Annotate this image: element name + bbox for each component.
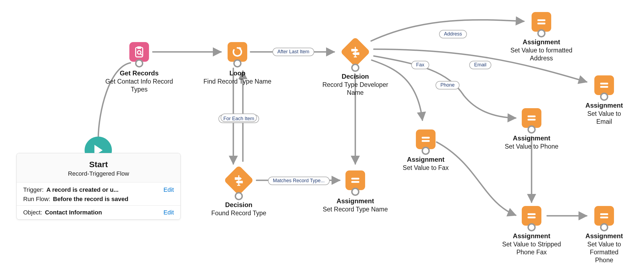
connector-port (422, 147, 430, 155)
equals-icon (598, 210, 610, 222)
node-assign-rt-name-label: Assignment Set Record Type Name (323, 197, 388, 213)
edit-trigger-link[interactable]: Edit (163, 182, 180, 193)
connector-label-fax: Fax (411, 61, 429, 69)
node-assign-phone[interactable] (522, 108, 541, 128)
start-subtitle: Record-Triggered Flow (22, 170, 175, 177)
trigger-label: Trigger: (23, 186, 44, 193)
connector-port (135, 59, 143, 67)
node-assign-stripped-label: Assignment Set Value to Stripped Phone F… (493, 232, 570, 256)
trigger-value: A record is created or u... (46, 186, 119, 193)
svg-rect-8 (355, 47, 356, 57)
runflow-value: Before the record is saved (53, 196, 128, 203)
node-decision-dev-name[interactable] (340, 37, 370, 67)
equals-icon (598, 79, 610, 91)
signpost-icon (349, 46, 361, 58)
svg-rect-18 (527, 213, 535, 215)
connector-port (600, 223, 608, 231)
svg-rect-1 (137, 46, 141, 49)
node-assign-email[interactable] (594, 75, 614, 95)
node-assign-fax-label: Assignment Set Value to Fax (403, 156, 449, 172)
signpost-icon (233, 174, 245, 186)
node-loop[interactable] (228, 42, 247, 62)
node-assign-address-label: Assignment Set Value to formatted Addres… (503, 38, 580, 62)
svg-rect-12 (527, 116, 535, 117)
connector-port (351, 64, 359, 72)
connector-port (527, 223, 536, 231)
svg-rect-10 (422, 137, 430, 138)
svg-line-3 (141, 54, 142, 55)
object-label: Object: (23, 209, 42, 216)
svg-rect-21 (600, 217, 608, 218)
connector-label-phone: Phone (436, 81, 460, 90)
node-assign-set-rt-name[interactable] (345, 170, 365, 190)
svg-rect-13 (527, 119, 535, 120)
edit-object-link[interactable]: Edit (163, 209, 174, 216)
object-value: Contact Information (45, 209, 102, 216)
equals-icon (349, 174, 361, 186)
svg-rect-11 (422, 140, 430, 142)
svg-rect-15 (537, 23, 545, 24)
svg-rect-20 (600, 213, 608, 215)
equals-icon (526, 112, 538, 124)
svg-rect-7 (351, 181, 359, 183)
connector-port (537, 29, 545, 37)
svg-rect-17 (600, 86, 608, 88)
connector-label-address: Address (439, 30, 467, 39)
svg-rect-14 (537, 19, 545, 21)
node-decision1-label: Decision Found Record Type (211, 201, 266, 217)
node-decision2-label: Decision Record Type Developer Name (317, 73, 393, 97)
connector-label-email: Email (469, 61, 491, 69)
connector-label-matches-rt: Matches Record Type... (268, 177, 330, 185)
runflow-label: Run Flow: (23, 196, 50, 203)
node-assign-fax[interactable] (416, 129, 436, 149)
svg-rect-16 (600, 83, 608, 84)
node-get-records-label: Get Records Get Contact Info Record Type… (101, 69, 177, 93)
connector-port (600, 93, 608, 101)
loop-icon (231, 46, 243, 58)
svg-rect-5 (237, 185, 240, 186)
equals-icon (535, 16, 547, 28)
node-loop-label: Loop Find Record Type Name (204, 69, 272, 86)
svg-rect-19 (527, 217, 535, 218)
node-assign-stripped[interactable] (522, 206, 541, 226)
node-assign-email-label: Assignment Set Value to Email (584, 102, 624, 126)
start-title: Start (22, 160, 175, 169)
connector-label-after-last: After Last Item (272, 48, 314, 56)
equals-icon (420, 133, 432, 145)
node-assign-phone-label: Assignment Set Value to Phone (505, 134, 559, 151)
node-get-records[interactable] (129, 42, 149, 62)
connector-label-for-each: For Each Item (218, 115, 259, 123)
svg-rect-4 (238, 175, 239, 185)
clipboard-search-icon (133, 46, 145, 58)
svg-rect-9 (354, 57, 357, 58)
connector-port (233, 59, 241, 67)
equals-icon (526, 210, 538, 222)
svg-rect-6 (351, 178, 359, 179)
connector-port (527, 125, 536, 134)
connector-port (351, 188, 359, 196)
node-assign-fmt-phone-label: Assignment Set Value to Formatted Phone (584, 232, 624, 264)
node-assign-formatted-phone[interactable] (594, 206, 614, 226)
node-assign-address[interactable] (532, 12, 551, 32)
node-decision-found-rt[interactable] (224, 165, 254, 195)
start-card: Start Record-Triggered Flow Trigger: A r… (16, 153, 181, 220)
connector-port (235, 192, 243, 200)
